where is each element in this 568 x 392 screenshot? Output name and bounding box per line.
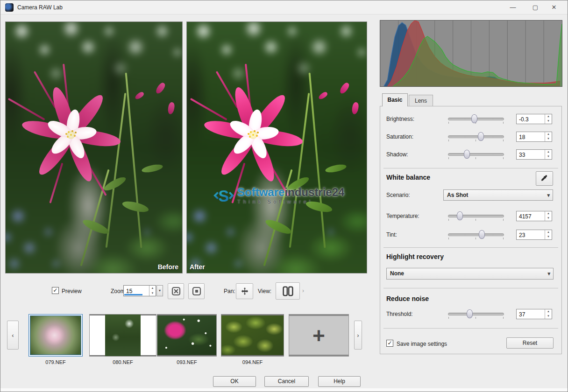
view-mode-more-chevron-icon[interactable]: › bbox=[302, 287, 304, 294]
saturation-row: Saturation: 18 ▲▼ bbox=[380, 130, 563, 143]
svg-text:S: S bbox=[218, 187, 229, 205]
reset-button[interactable]: Reset bbox=[506, 337, 554, 349]
tint-input[interactable]: 23 ▲▼ bbox=[516, 230, 552, 240]
actual-size-button[interactable] bbox=[188, 283, 205, 299]
spin-down-icon[interactable]: ▼ bbox=[545, 119, 552, 124]
filmstrip-next-button[interactable]: › bbox=[354, 321, 362, 350]
filmstrip-prev-button[interactable]: ‹ bbox=[7, 321, 19, 350]
white-balance-eyedropper-button[interactable] bbox=[536, 171, 553, 186]
view-mode-button[interactable] bbox=[276, 282, 300, 300]
separator bbox=[383, 328, 558, 329]
spin-down-icon[interactable]: ▼ bbox=[545, 137, 552, 141]
save-image-settings-label: Save image settings bbox=[397, 337, 447, 350]
saturation-label: Saturation: bbox=[386, 130, 413, 143]
thumbnail-080-name: 080.NEF bbox=[89, 359, 156, 365]
threshold-slider[interactable] bbox=[448, 309, 504, 320]
watermark-brand: Softwareindustrie24 bbox=[237, 187, 344, 198]
fit-to-window-button[interactable] bbox=[168, 283, 184, 299]
spin-up-icon[interactable]: ▲ bbox=[545, 309, 552, 314]
tab-basic[interactable]: Basic bbox=[382, 93, 408, 106]
highlight-recovery-value: None bbox=[390, 270, 404, 277]
thumbnail-080-image bbox=[105, 315, 141, 356]
tint-slider-handle[interactable] bbox=[479, 230, 485, 239]
fit-to-window-icon bbox=[171, 287, 181, 296]
thumbnail-094-name: 094.NEF bbox=[221, 359, 284, 365]
saturation-slider-handle[interactable] bbox=[478, 132, 484, 141]
help-button[interactable]: Help bbox=[318, 376, 361, 387]
spin-up-icon[interactable]: ▲ bbox=[149, 286, 156, 291]
preview-checkbox-label: Preview bbox=[62, 288, 82, 294]
temperature-label: Temperature: bbox=[386, 210, 419, 223]
separator bbox=[383, 288, 558, 288]
zoom-dropdown-button[interactable]: ▾ bbox=[156, 285, 163, 296]
saturation-slider[interactable] bbox=[448, 132, 504, 142]
scenario-dropdown[interactable]: As Shot ▾ bbox=[443, 189, 553, 201]
shadow-slider-handle[interactable] bbox=[464, 150, 470, 159]
settings-panel: Basic Lens Brightness: -0.3 ▲▼ Saturatio… bbox=[380, 0, 563, 392]
tint-slider[interactable] bbox=[448, 230, 504, 240]
spin-down-icon[interactable]: ▼ bbox=[545, 235, 552, 239]
brightness-slider-handle[interactable] bbox=[471, 114, 477, 123]
after-preview-pane[interactable]: After bbox=[186, 21, 367, 273]
spin-up-icon[interactable]: ▲ bbox=[545, 132, 552, 137]
shadow-input[interactable]: 33 ▲▼ bbox=[516, 149, 552, 160]
ok-button[interactable]: OK bbox=[213, 376, 256, 387]
chevron-down-icon: ▾ bbox=[547, 268, 550, 279]
saturation-input[interactable]: 18 ▲▼ bbox=[516, 132, 552, 142]
threshold-value: 37 bbox=[519, 311, 525, 318]
separator bbox=[383, 168, 558, 168]
spin-up-icon[interactable]: ▲ bbox=[545, 211, 552, 216]
spin-down-icon[interactable]: ▼ bbox=[545, 314, 552, 319]
brightness-label: Brightness: bbox=[386, 112, 414, 126]
add-image-button[interactable]: + bbox=[289, 314, 349, 357]
thumbnail-094[interactable] bbox=[221, 314, 284, 357]
save-image-settings-checkbox[interactable]: ✓ bbox=[386, 340, 393, 347]
thumbnail-079-name: 079.NEF bbox=[28, 359, 83, 365]
watermark-tagline: Think Software! bbox=[237, 199, 344, 204]
before-label: Before bbox=[158, 263, 178, 271]
temperature-slider[interactable] bbox=[448, 211, 504, 222]
pan-button[interactable] bbox=[236, 283, 253, 299]
reduce-noise-heading: Reduce noise bbox=[386, 295, 429, 302]
check-icon: ✓ bbox=[53, 287, 57, 294]
zoom-spinner[interactable]: ▲ ▼ bbox=[149, 286, 156, 296]
brightness-input[interactable]: -0.3 ▲▼ bbox=[516, 114, 552, 124]
plus-icon: + bbox=[312, 323, 325, 348]
thumbnail-093[interactable] bbox=[157, 314, 217, 357]
before-preview-pane[interactable]: Before bbox=[5, 21, 183, 273]
watermark: S Softwareindustrie24 Think Software! bbox=[213, 183, 360, 208]
threshold-slider-handle[interactable] bbox=[467, 309, 473, 318]
zoom-input[interactable]: 15 ▲ ▼ bbox=[123, 285, 156, 296]
scenario-value: As Shot bbox=[447, 192, 468, 198]
threshold-input[interactable]: 37 ▲▼ bbox=[516, 309, 552, 319]
chevron-down-icon: ▾ bbox=[159, 288, 161, 293]
cancel-button[interactable]: Cancel bbox=[264, 376, 309, 387]
brightness-slider[interactable] bbox=[448, 114, 504, 125]
shadow-row: Shadow: 33 ▲▼ bbox=[380, 148, 563, 161]
shadow-slider[interactable] bbox=[448, 150, 504, 160]
zoom-value: 15 bbox=[126, 288, 132, 294]
thumbnail-080[interactable] bbox=[89, 314, 156, 357]
preview-checkbox[interactable]: ✓ bbox=[52, 287, 59, 294]
tint-value: 23 bbox=[519, 232, 525, 238]
check-icon: ✓ bbox=[387, 340, 392, 346]
temperature-slider-handle[interactable] bbox=[457, 211, 463, 220]
thumbnail-079[interactable] bbox=[28, 314, 83, 357]
spin-up-icon[interactable]: ▲ bbox=[545, 150, 552, 154]
histogram bbox=[380, 20, 562, 87]
highlight-recovery-dropdown[interactable]: None ▾ bbox=[386, 268, 554, 280]
app-icon bbox=[5, 3, 14, 12]
spin-down-icon[interactable]: ▼ bbox=[149, 291, 156, 296]
threshold-row: Threshold: 37 ▲▼ bbox=[380, 308, 563, 321]
spin-up-icon[interactable]: ▲ bbox=[545, 114, 552, 119]
tab-lens[interactable]: Lens bbox=[409, 95, 433, 106]
spin-up-icon[interactable]: ▲ bbox=[545, 230, 552, 235]
temperature-input[interactable]: 4157 ▲▼ bbox=[516, 211, 552, 221]
pan-label: Pan: bbox=[224, 288, 235, 294]
spin-down-icon[interactable]: ▼ bbox=[545, 154, 552, 159]
separator bbox=[383, 247, 558, 248]
temperature-value: 4157 bbox=[519, 213, 532, 220]
bottom-strip bbox=[0, 388, 568, 392]
white-balance-heading: White balance bbox=[386, 174, 430, 181]
spin-down-icon[interactable]: ▼ bbox=[545, 216, 552, 221]
